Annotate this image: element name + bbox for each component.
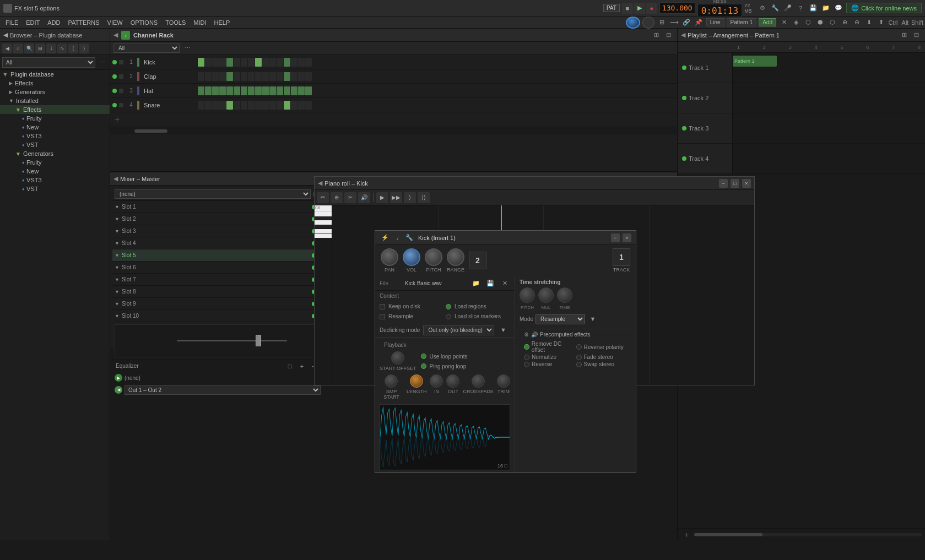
pattern-block-1[interactable]: Pattern 1 bbox=[733, 56, 777, 67]
length-knob[interactable] bbox=[410, 374, 423, 388]
ch-mute-4[interactable] bbox=[119, 103, 123, 107]
pad-3-7[interactable] bbox=[241, 86, 247, 95]
pad-4-3[interactable] bbox=[212, 101, 219, 110]
pad-1-12[interactable] bbox=[277, 58, 283, 67]
track-content-4[interactable] bbox=[733, 144, 925, 173]
rack-btn-2[interactable]: ⊟ bbox=[663, 30, 674, 41]
trim-knob[interactable] bbox=[497, 374, 510, 388]
tools-icon[interactable]: 🔧 bbox=[770, 3, 781, 14]
browser-prev[interactable]: ⟨ bbox=[68, 44, 78, 53]
kick-icon-2[interactable]: ♩ bbox=[392, 232, 403, 243]
file-close-icon[interactable]: ✕ bbox=[499, 278, 510, 289]
slot-10[interactable]: ▼ Slot 10 bbox=[112, 310, 323, 322]
track-led-2[interactable] bbox=[682, 96, 686, 100]
in-knob[interactable] bbox=[430, 374, 443, 388]
pad-3-11[interactable] bbox=[269, 86, 276, 95]
pad-2-13[interactable] bbox=[284, 72, 290, 81]
pad-2-1[interactable] bbox=[198, 72, 204, 81]
pad-1-7[interactable] bbox=[241, 58, 247, 67]
load-slice-radio[interactable] bbox=[446, 314, 451, 319]
waveform-display[interactable]: 16 □ bbox=[380, 404, 510, 470]
sidebar-item-effects-installed[interactable]: ▼ Effects bbox=[0, 105, 110, 114]
menu-tools[interactable]: TOOLS bbox=[162, 18, 189, 27]
add-channel-btn[interactable]: + bbox=[110, 112, 677, 127]
rack-scrollbar[interactable] bbox=[110, 127, 677, 134]
pad-4-8[interactable] bbox=[248, 101, 255, 110]
alt-btn[interactable]: Alt bbox=[900, 17, 911, 28]
piano-tool-4[interactable]: 🔊 bbox=[358, 192, 370, 203]
pad-1-16[interactable] bbox=[305, 58, 312, 67]
pat-button[interactable]: PAT bbox=[603, 4, 620, 12]
ch-led-1[interactable] bbox=[112, 60, 117, 64]
pad-1-13[interactable] bbox=[284, 58, 290, 67]
ch-name-clap[interactable]: Clap bbox=[142, 73, 197, 80]
pad-2-14[interactable] bbox=[291, 72, 297, 81]
piano-minimize[interactable]: − bbox=[719, 179, 728, 188]
slot-9[interactable]: ▼ Slot 9 bbox=[112, 298, 323, 310]
pad-2-7[interactable] bbox=[241, 72, 247, 81]
filter-select[interactable]: All bbox=[113, 44, 180, 53]
use-loop-radio[interactable] bbox=[421, 354, 426, 359]
mode-line[interactable]: Line bbox=[706, 18, 724, 26]
key-c6[interactable]: C6 bbox=[315, 205, 332, 212]
eq-btn-2[interactable]: + bbox=[296, 361, 307, 372]
ts-mode-arrow[interactable]: ▼ bbox=[587, 313, 598, 324]
pad-4-1[interactable] bbox=[198, 101, 204, 110]
ch-name-hat[interactable]: Hat bbox=[142, 88, 197, 94]
pad-2-8[interactable] bbox=[248, 72, 255, 81]
rack-btn-1[interactable]: ⊞ bbox=[651, 30, 662, 41]
pad-1-8[interactable] bbox=[248, 58, 255, 67]
sidebar-item-generators-installed[interactable]: ▼ Generators bbox=[0, 149, 110, 158]
slot-5[interactable]: ▼ Slot 5 bbox=[112, 249, 323, 262]
ts-mul-knob[interactable] bbox=[538, 287, 554, 303]
pad-3-10[interactable] bbox=[262, 86, 269, 95]
r-icon-6[interactable]: ⊕ bbox=[839, 17, 850, 28]
pad-1-3[interactable] bbox=[212, 58, 219, 67]
effect-radio-2[interactable] bbox=[576, 344, 582, 350]
pad-4-12[interactable] bbox=[277, 101, 283, 110]
ch-mute-3[interactable] bbox=[119, 89, 123, 93]
magnet-btn[interactable]: ⟶ bbox=[669, 17, 680, 28]
track-content-1[interactable]: Pattern 1 bbox=[733, 53, 925, 83]
slot-8[interactable]: ▼ Slot 8 bbox=[112, 286, 323, 298]
pad-4-6[interactable] bbox=[234, 101, 240, 110]
profile-icon[interactable] bbox=[642, 17, 654, 29]
pad-4-16[interactable] bbox=[305, 101, 312, 110]
key-ab5[interactable] bbox=[315, 225, 332, 229]
pin-btn[interactable]: 📌 bbox=[693, 17, 704, 28]
slot-4[interactable]: ▼ Slot 4 bbox=[112, 237, 323, 249]
menu-patterns[interactable]: PATTERNS bbox=[65, 18, 103, 27]
pad-3-6[interactable] bbox=[234, 86, 240, 95]
menu-options[interactable]: OPTIONS bbox=[127, 18, 161, 27]
slot-2[interactable]: ▼ Slot 2 bbox=[112, 213, 323, 225]
effect-radio-3[interactable] bbox=[524, 355, 529, 360]
sidebar-item-vst-2[interactable]: ♦ VST bbox=[0, 184, 110, 193]
pattern-selector[interactable]: Pattern 1 bbox=[727, 18, 757, 26]
filter-btn[interactable]: ⋯ bbox=[182, 43, 193, 54]
pad-3-15[interactable] bbox=[298, 86, 305, 95]
piano-play-2[interactable]: ▶▶ bbox=[390, 192, 402, 203]
pad-2-15[interactable] bbox=[298, 72, 305, 81]
ch-mute-1[interactable] bbox=[119, 60, 123, 64]
pad-4-4[interactable] bbox=[219, 101, 226, 110]
chat-icon[interactable]: 💬 bbox=[833, 3, 844, 14]
cpu-icon[interactable]: 72 MB bbox=[744, 3, 755, 14]
piano-play-1[interactable]: ▶ bbox=[376, 192, 388, 203]
key-a5[interactable] bbox=[315, 220, 332, 225]
track-led-3[interactable] bbox=[682, 126, 686, 131]
pad-1-14[interactable] bbox=[291, 58, 297, 67]
ts-mode-select[interactable]: Resample E3 generic Elastique Pro bbox=[535, 314, 585, 324]
playlist-scrollbar[interactable] bbox=[694, 533, 922, 536]
add-track-btn[interactable]: + bbox=[681, 529, 692, 540]
pad-3-9[interactable] bbox=[255, 86, 262, 95]
sidebar-item-effects[interactable]: ▶ Effects bbox=[0, 79, 110, 88]
pad-1-2[interactable] bbox=[205, 58, 212, 67]
kick-icon-3[interactable]: 🔧 bbox=[404, 232, 415, 243]
ch-led-4[interactable] bbox=[112, 103, 117, 107]
sidebar-item-fruity[interactable]: ♦ Fruity bbox=[0, 114, 110, 123]
mixer-preset[interactable]: (none) bbox=[115, 189, 311, 199]
declicking-arrow[interactable]: ▼ bbox=[497, 324, 509, 335]
piano-play-4[interactable]: ⟩⟩ bbox=[418, 192, 430, 203]
ch-led-3[interactable] bbox=[112, 89, 117, 93]
ch-name-snare[interactable]: Snare bbox=[142, 102, 197, 108]
